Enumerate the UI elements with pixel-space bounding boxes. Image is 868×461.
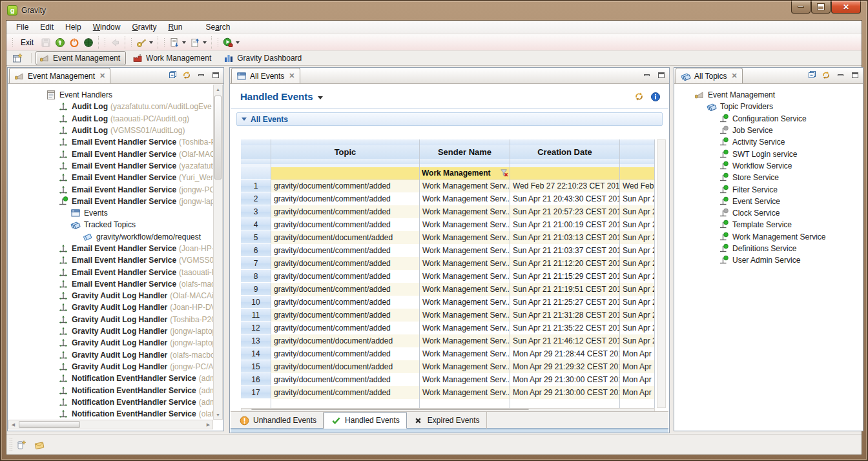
tree-item-audit-log[interactable]: Audit Log(VGMSS01/AuditLog) bbox=[8, 125, 213, 136]
refresh-button[interactable] bbox=[182, 70, 191, 79]
filter-clear-icon[interactable] bbox=[500, 169, 509, 178]
run-button[interactable] bbox=[221, 36, 242, 49]
tree-item-event-service[interactable]: Event Service bbox=[675, 196, 862, 207]
tree-item-gravity-audit-log-handler[interactable]: Gravity Audit Log Handler(olafs-macbo bbox=[8, 349, 213, 361]
open-perspective-button[interactable] bbox=[10, 51, 25, 65]
all-events-section-header[interactable]: All Events bbox=[236, 112, 663, 126]
tree-item-job-service[interactable]: Job Service bbox=[675, 125, 862, 136]
left-tree-hscrollbar[interactable]: ◀▶ bbox=[8, 420, 213, 429]
fastview-cylinder-icon[interactable] bbox=[16, 440, 26, 450]
tab-close-icon[interactable]: ✕ bbox=[731, 72, 737, 80]
minimize-button[interactable] bbox=[791, 1, 811, 14]
perspective-event-management[interactable]: Event Management bbox=[36, 51, 126, 65]
tree-item-clock-service[interactable]: Clock Service bbox=[675, 207, 862, 219]
tree-item-email-event-handler-service[interactable]: Email Event Handler Service(jongw-lapt bbox=[8, 196, 213, 207]
export-button[interactable] bbox=[188, 36, 209, 49]
tree-item-event-handlers[interactable]: Event Handlers bbox=[8, 89, 213, 101]
login-button[interactable] bbox=[53, 36, 67, 49]
tree-item-email-event-handler-service[interactable]: Email Event Handler Service(taaouati-PC bbox=[8, 266, 213, 278]
tree-item-events[interactable]: Events bbox=[8, 207, 213, 219]
column-header-topic[interactable]: Topic bbox=[271, 145, 420, 159]
editor-minimize-button[interactable] bbox=[641, 70, 652, 79]
chevron-down-icon[interactable] bbox=[182, 41, 186, 44]
collapse-all-button[interactable] bbox=[169, 70, 178, 79]
tree-item-notification-eventhandler-service[interactable]: Notification EventHandler Service(admin bbox=[8, 384, 213, 396]
shutdown-button[interactable] bbox=[67, 36, 81, 49]
table-row[interactable]: 14gravity/document/comment/addedWork Man… bbox=[241, 347, 655, 360]
table-row[interactable]: 16gravity/document/comment/addedWork Man… bbox=[241, 373, 655, 386]
tab-all-events[interactable]: All Events ✕ bbox=[231, 68, 300, 83]
table-row[interactable]: 2gravity/document/comment/addedWork Mana… bbox=[241, 192, 655, 205]
tab-handled-events[interactable]: Handled Events bbox=[324, 412, 407, 429]
tree-item-notification-eventhandler-service[interactable]: Notification EventHandler Service(olaf) bbox=[8, 408, 213, 420]
chevron-down-icon[interactable] bbox=[149, 41, 153, 44]
envelope-icon[interactable] bbox=[34, 440, 45, 450]
tab-unhandled-events[interactable]: Unhandled Events bbox=[232, 412, 324, 429]
perspective-gravity-dashboard[interactable]: Gravity Dashboard bbox=[220, 51, 307, 65]
tree-item-gravity-workflow-demo-request[interactable]: gravity/workflow/demo/request bbox=[8, 231, 213, 243]
tree-item-template-service[interactable]: Template Service bbox=[675, 219, 862, 230]
tree-item-filter-service[interactable]: Filter Service bbox=[675, 183, 862, 195]
tree-item-event-management[interactable]: Event Management bbox=[675, 89, 862, 101]
key-button[interactable] bbox=[134, 36, 155, 49]
table-row[interactable]: 8gravity/document/comment/addedWork Mana… bbox=[241, 270, 655, 283]
view-maximize-button[interactable] bbox=[850, 70, 860, 79]
tree-item-work-management-service[interactable]: Work Management Service bbox=[675, 231, 862, 243]
table-vscrollbar[interactable] bbox=[657, 139, 666, 408]
table-row[interactable]: 11gravity/document/comment/addedWork Man… bbox=[241, 309, 655, 322]
menu-window[interactable]: Window bbox=[87, 21, 127, 33]
table-row[interactable]: 12gravity/document/comment/addedWork Man… bbox=[241, 322, 655, 334]
tree-item-email-event-handler-service[interactable]: Email Event Handler Service(Joan-HP-D bbox=[8, 243, 213, 254]
table-row[interactable]: 10gravity/document/comment/addedWork Man… bbox=[241, 296, 655, 309]
tree-item-workflow-service[interactable]: Workflow Service bbox=[675, 160, 862, 172]
tree-item-email-event-handler-service[interactable]: Email Event Handler Service(jongw-PC/ bbox=[8, 183, 213, 195]
import-button[interactable] bbox=[167, 36, 188, 49]
table-row[interactable]: 15gravity/document/document/addedWork Ma… bbox=[241, 360, 655, 373]
tree-item-gravity-audit-log-handler[interactable]: Gravity Audit Log Handler(Joan-HP-DV6 bbox=[8, 302, 213, 313]
back-button[interactable] bbox=[108, 36, 122, 49]
view-minimize-button[interactable] bbox=[196, 70, 206, 79]
info-icon[interactable] bbox=[650, 92, 661, 102]
table-row[interactable]: 3gravity/document/comment/addedWork Mana… bbox=[241, 205, 655, 218]
view-maximize-button[interactable] bbox=[211, 70, 221, 79]
chevron-down-icon[interactable] bbox=[236, 41, 240, 44]
menu-run[interactable]: Run bbox=[162, 21, 188, 33]
tree-item-email-event-handler-service[interactable]: Email Event Handler Service(Toshiba-P2 bbox=[8, 136, 213, 148]
left-tree-vscrollbar[interactable]: ▲▼ bbox=[213, 85, 223, 420]
column-header-creation-date[interactable]: Creation Date bbox=[510, 145, 620, 159]
tree-item-audit-log[interactable]: Audit Log(taaouati-PC/AuditLog) bbox=[8, 113, 213, 125]
menu-gravity[interactable]: Gravity bbox=[126, 21, 162, 33]
save-button[interactable] bbox=[39, 36, 53, 49]
tab-all-topics[interactable]: All Topics ✕ bbox=[676, 68, 743, 83]
close-button[interactable]: ✕ bbox=[831, 1, 861, 14]
tree-item-email-event-handler-service[interactable]: Email Event Handler Service(yazafatutu. bbox=[8, 160, 213, 172]
refresh-icon[interactable] bbox=[634, 92, 644, 102]
connect-button[interactable] bbox=[81, 36, 96, 49]
tab-close-icon[interactable]: ✕ bbox=[99, 72, 105, 80]
table-row[interactable]: 13gravity/document/document/addedWork Ma… bbox=[241, 334, 655, 347]
tree-item-email-event-handler-service[interactable]: Email Event Handler Service(olafs-macb bbox=[8, 278, 213, 290]
menu-edit[interactable]: Edit bbox=[34, 21, 59, 33]
tree-item-audit-log[interactable]: Audit Log(yazafatutu.com/AuditLogEve bbox=[8, 101, 213, 112]
refresh-button[interactable] bbox=[822, 70, 831, 79]
tree-item-tracked-topics[interactable]: Tracked Topics bbox=[8, 219, 213, 230]
chevron-down-icon[interactable] bbox=[203, 41, 207, 44]
tree-item-definitions-service[interactable]: Definitions Service bbox=[675, 243, 862, 254]
tree-item-email-event-handler-service[interactable]: Email Event Handler Service(Olaf-MACA bbox=[8, 148, 213, 159]
table-row[interactable]: 7gravity/document/comment/addedWork Mana… bbox=[241, 257, 655, 270]
perspective-work-management[interactable]: Work Management bbox=[129, 51, 217, 65]
tree-item-notification-eventhandler-service[interactable]: Notification EventHandler Service(admin bbox=[8, 396, 213, 408]
tab-expired-events[interactable]: Expired Events bbox=[407, 412, 487, 429]
menu-file[interactable]: File bbox=[10, 21, 34, 33]
table-row[interactable]: 5gravity/document/document/addedWork Man… bbox=[241, 231, 655, 244]
menu-help[interactable]: Help bbox=[59, 21, 87, 33]
tree-item-swt-login-service[interactable]: SWT Login service bbox=[675, 148, 862, 159]
tab-close-icon[interactable]: ✕ bbox=[289, 72, 294, 80]
tree-item-gravity-audit-log-handler[interactable]: Gravity Audit Log Handler(jongw-laptop bbox=[8, 325, 213, 337]
titlebar[interactable]: g Gravity ✕ bbox=[1, 1, 867, 20]
tree-item-gravity-audit-log-handler[interactable]: Gravity Audit Log Handler(jongw-laptop bbox=[8, 337, 213, 349]
editor-maximize-button[interactable] bbox=[656, 70, 666, 79]
tree-item-store-service[interactable]: Store Service bbox=[675, 172, 862, 183]
menu-search[interactable]: Search bbox=[200, 21, 236, 33]
maximize-button[interactable] bbox=[811, 1, 831, 14]
